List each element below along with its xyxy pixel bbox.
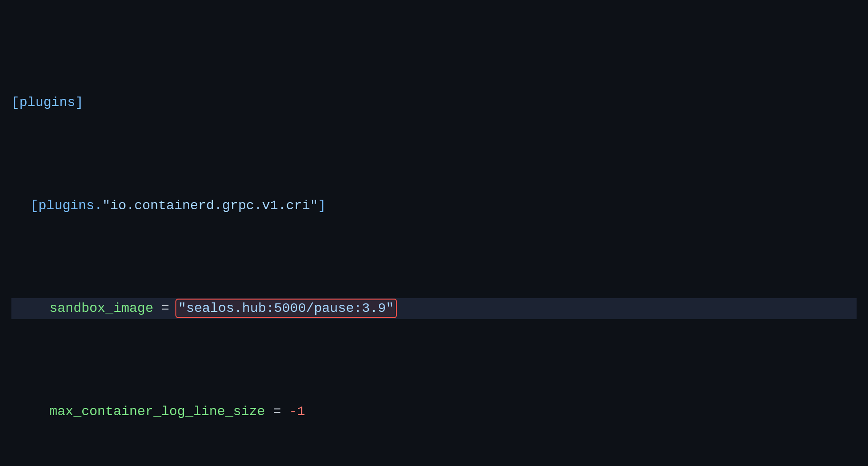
key-sandbox-image: sandbox_image [49,301,153,316]
value-max-container-log: -1 [289,404,305,419]
code-content: [plugins] [plugins."io.containerd.grpc.v… [11,10,857,466]
line-4: max_container_log_line_size = -1 [11,401,857,422]
line-2: [plugins."io.containerd.grpc.v1.cri"] [11,195,857,216]
line-3: sandbox_image = "sealos.hub:5000/pause:3… [11,298,857,319]
sandbox-image-value: "sealos.hub:5000/pause:3.9" [177,301,395,316]
bracket-plugins: [plugins] [11,95,83,110]
terminal-window: [plugins] [plugins."io.containerd.grpc.v… [0,0,868,466]
bracket-cri: [plugins."io.containerd.grpc.v1.cri"] [30,198,326,213]
key-max-container-log: max_container_log_line_size [49,404,265,419]
line-1: [plugins] [11,92,857,113]
